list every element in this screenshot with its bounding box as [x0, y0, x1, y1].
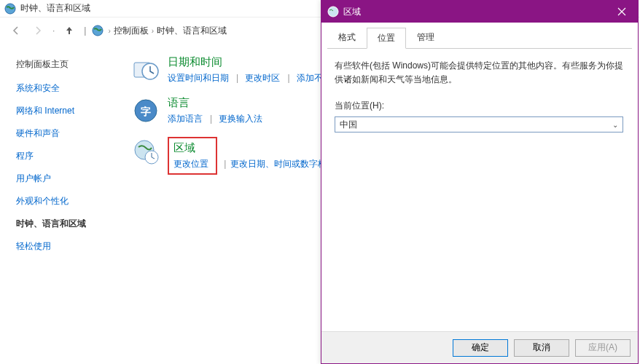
- sidebar-item-network[interactable]: 网络和 Internet: [16, 105, 111, 117]
- svg-point-8: [328, 7, 338, 17]
- location-dropdown[interactable]: 中国 ⌄: [335, 116, 623, 132]
- link-add-language[interactable]: 添加语言: [168, 114, 203, 124]
- dialog-titlebar: 区域: [321, 1, 638, 23]
- breadcrumb-root[interactable]: 控制面板: [114, 25, 149, 37]
- dialog-buttons: 确定 取消 应用(A): [321, 331, 638, 363]
- category-title[interactable]: 语言: [168, 96, 265, 110]
- svg-text:字: 字: [141, 106, 151, 117]
- sidebar: 控制面板主页 系统和安全 网络和 Internet 硬件和声音 程序 用户帐户 …: [0, 51, 124, 263]
- ok-button[interactable]: 确定: [453, 339, 508, 357]
- region-icon: [131, 137, 160, 166]
- link-set-datetime[interactable]: 设置时间和日期: [168, 73, 229, 83]
- sidebar-item-accounts[interactable]: 用户帐户: [16, 173, 111, 185]
- dialog-title: 区域: [343, 6, 606, 18]
- link-change-timezone[interactable]: 更改时区: [245, 73, 280, 83]
- clock-icon: [131, 55, 160, 84]
- highlight-box: 区域 更改位置: [168, 137, 217, 175]
- tab-admin[interactable]: 管理: [406, 27, 445, 48]
- link-change-ime[interactable]: 更换输入法: [219, 114, 262, 124]
- sidebar-item-ease[interactable]: 轻松使用: [16, 240, 111, 253]
- chevron-right-icon: ›: [152, 27, 154, 35]
- close-button[interactable]: [606, 1, 638, 23]
- globe-icon: [4, 3, 16, 15]
- tab-location[interactable]: 位置: [367, 28, 406, 49]
- language-icon: 字: [131, 96, 160, 125]
- link-change-location[interactable]: 更改位置: [173, 159, 208, 169]
- location-label: 当前位置(H):: [335, 100, 625, 112]
- apply-button[interactable]: 应用(A): [575, 339, 631, 357]
- link-change-format[interactable]: 更改日期、时间或数字格式: [230, 159, 335, 169]
- region-dialog: 区域 格式 位置 管理 有些软件(包括 Windows)可能会提供特定位置的其他…: [321, 0, 639, 364]
- back-button[interactable]: [7, 22, 25, 39]
- dialog-tabs: 格式 位置 管理: [321, 23, 638, 48]
- dialog-description: 有些软件(包括 Windows)可能会提供特定位置的其他内容。有些服务为你提供诸…: [335, 59, 625, 87]
- dialog-content: 有些软件(包括 Windows)可能会提供特定位置的其他内容。有些服务为你提供诸…: [321, 49, 638, 143]
- breadcrumb[interactable]: › 控制面板 › 时钟、语言和区域: [108, 25, 227, 37]
- sidebar-item-hardware[interactable]: 硬件和声音: [16, 127, 111, 140]
- chevron-down-icon: ⌄: [612, 121, 618, 129]
- breadcrumb-icon: [92, 25, 104, 36]
- sidebar-item-programs[interactable]: 程序: [16, 150, 111, 162]
- location-value: 中国: [340, 119, 357, 131]
- cancel-button[interactable]: 取消: [514, 339, 569, 357]
- window-title: 时钟、语言和区域: [20, 2, 90, 15]
- category-title[interactable]: 区域: [173, 141, 211, 155]
- up-button[interactable]: [61, 22, 78, 39]
- region-icon: [327, 6, 339, 17]
- sidebar-item-clock[interactable]: 时钟、语言和区域: [16, 218, 111, 230]
- sidebar-item-system[interactable]: 系统和安全: [16, 82, 111, 95]
- sidebar-home[interactable]: 控制面板主页: [16, 58, 111, 71]
- forward-button[interactable]: [29, 22, 47, 39]
- sidebar-item-appearance[interactable]: 外观和个性化: [16, 195, 111, 207]
- tab-format[interactable]: 格式: [327, 27, 367, 48]
- chevron-right-icon: ›: [108, 27, 110, 35]
- breadcrumb-current[interactable]: 时钟、语言和区域: [157, 25, 227, 37]
